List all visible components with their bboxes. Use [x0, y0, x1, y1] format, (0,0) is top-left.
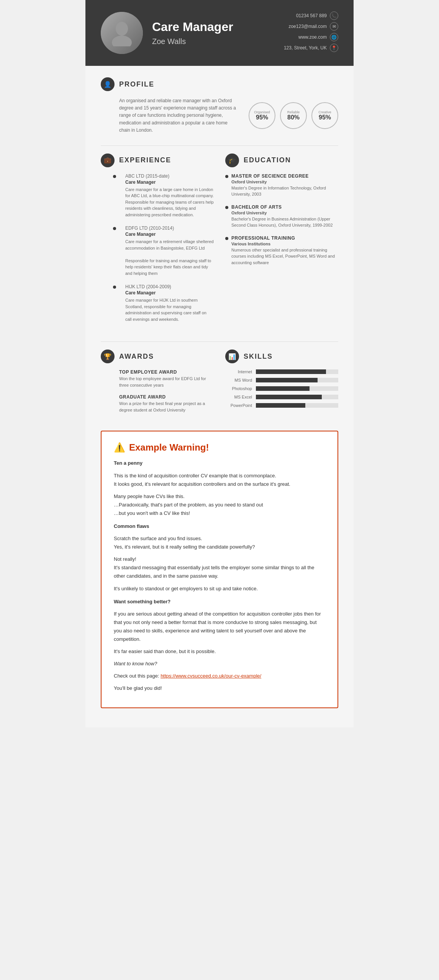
experience-col: 💼 EXPERIENCE ABC LTD (2015-date) Care Ma… [101, 154, 214, 330]
skill-bar-fill-4 [256, 403, 305, 408]
skill-name-4: PowerPoint [225, 403, 252, 408]
skills-heading: SKILLS [244, 353, 273, 361]
contact-phone: 01234 567 889 📞 [284, 11, 338, 20]
skill-bar-bg-3 [256, 395, 338, 399]
warning-para-6: It's unlikely to standout or get employe… [114, 585, 325, 593]
warning-para-0: Ten a penny [114, 459, 325, 467]
edu-desc-2: Numerous other specialist and profession… [231, 247, 338, 266]
awards-col: 🏆 AWARDS TOP EMPLOYEE AWARD Won the top … [101, 350, 214, 419]
contact-email: zoe123@mail.com ✉ [284, 22, 338, 31]
skill-name-2: Photoshop [225, 386, 252, 391]
edu-degree-2: PROFESSIONAL TRAINING [231, 235, 338, 241]
education-section-title: 🎓 EDUCATION [225, 154, 338, 167]
stat-reliable-label: Reliable [287, 110, 300, 114]
skill-item-0: Internet [225, 369, 338, 374]
skill-bar-fill-3 [256, 395, 322, 399]
svg-point-1 [112, 36, 132, 46]
warning-para-11: Check out this page: https://www.cvsucce… [114, 672, 325, 680]
skill-bar-bg-0 [256, 369, 338, 374]
edu-item-2: PROFESSIONAL TRAINING Various Institutio… [225, 235, 338, 266]
contact-info: 01234 567 889 📞 zoe123@mail.com ✉ www.zo… [284, 11, 338, 54]
experience-heading: EXPERIENCE [119, 156, 171, 164]
header-name-block: Care Manager Zoe Walls [152, 20, 233, 46]
exp-desc-0: Care manager for a large care home in Lo… [125, 186, 214, 218]
skill-name-1: MS Word [225, 378, 252, 382]
exp-desc-1: Care manager for a retirement village sh… [125, 238, 214, 276]
skill-item-3: MS Excel [225, 395, 338, 399]
edu-item-1: BACHELOR OF ARTS Oxford University Bache… [225, 204, 338, 229]
award-item-0: TOP EMPLOYEE AWARD Won the top employee … [119, 369, 214, 388]
stat-creative-label: Creative [318, 110, 331, 114]
experience-item-2: HIJK LTD (2004-2009) Care Manager Care m… [119, 284, 214, 322]
candidate-name: Zoe Walls [152, 37, 233, 46]
stat-reliable-value: 80% [287, 114, 300, 121]
warning-para-7: Want something better? [114, 598, 325, 606]
email-icon: ✉ [330, 22, 338, 31]
profile-icon: 👤 [101, 77, 115, 91]
warning-para-9: It's far easier said than done, but it i… [114, 647, 325, 656]
skills-col: 📊 SKILLS Internet MS Word Photoshop MS E… [225, 350, 338, 419]
job-title: Care Manager [152, 20, 233, 34]
experience-icon: 💼 [101, 154, 115, 167]
profile-section: 👤 PROFILE An organised and reliable care… [101, 77, 338, 134]
warning-title: ⚠️ Example Warning! [114, 442, 325, 453]
profile-text: An organised and reliable care manager w… [119, 97, 237, 134]
phone-text: 01234 567 889 [296, 13, 327, 18]
awards-icon: 🏆 [101, 350, 115, 363]
exp-company-1: EDFG LTD (2010-2014) [125, 225, 214, 231]
awards-list: TOP EMPLOYEE AWARD Won the top employee … [101, 369, 214, 413]
edu-inst-0: Oxford University [231, 180, 338, 184]
location-icon: 📍 [330, 44, 338, 52]
warning-link[interactable]: https://www.cvsucceed.co.uk/our-cv-examp… [161, 673, 261, 679]
edu-dot-0 [225, 175, 228, 178]
warning-para-8: If you are serious about getting ahead o… [114, 610, 325, 644]
skill-bar-fill-2 [256, 386, 310, 391]
contact-website: www.zoe.com 🌐 [284, 33, 338, 41]
avatar [101, 12, 143, 54]
awards-skills-row: 🏆 AWARDS TOP EMPLOYEE AWARD Won the top … [101, 350, 338, 419]
profile-heading: PROFILE [119, 80, 154, 88]
main-content: 👤 PROFILE An organised and reliable care… [85, 66, 354, 727]
skills-icon: 📊 [225, 350, 239, 363]
warning-para-5: Not really! It's standard messaging that… [114, 555, 325, 580]
skill-bar-fill-0 [256, 369, 326, 374]
award-desc-0: Won the top employee award for EDFG Ltd … [119, 376, 214, 388]
warning-para-1: This is the kind of acquisition controll… [114, 472, 325, 488]
exp-role-2: Care Manager [125, 290, 214, 296]
timeline-dot-1 [113, 227, 116, 230]
edu-inst-2: Various Institutions [231, 242, 338, 246]
phone-icon: 📞 [330, 11, 338, 20]
edu-dot-1 [225, 206, 228, 209]
warning-para-12: You'll be glad you did! [114, 684, 325, 693]
warning-para-4: Scratch the surface and you find issues.… [114, 534, 325, 551]
header-left: Care Manager Zoe Walls [101, 12, 233, 54]
stat-organised-value: 95% [256, 114, 268, 121]
profile-section-title: 👤 PROFILE [101, 77, 338, 91]
stat-creative: Creative 95% [311, 102, 338, 129]
warning-icon: ⚠️ [114, 442, 125, 453]
award-desc-1: Won a prize for the best final year proj… [119, 400, 214, 413]
skill-bar-bg-2 [256, 386, 338, 391]
education-icon: 🎓 [225, 154, 239, 167]
edu-dot-2 [225, 237, 228, 240]
awards-heading: AWARDS [119, 353, 154, 361]
skill-bar-fill-1 [256, 378, 318, 382]
skill-item-1: MS Word [225, 378, 338, 382]
skill-bar-bg-1 [256, 378, 338, 382]
skill-item-2: Photoshop [225, 386, 338, 391]
edu-inst-1: Oxford University [231, 211, 338, 215]
profile-stats: Organised 95% Reliable 80% Creative 95% [249, 102, 338, 129]
stat-creative-value: 95% [319, 114, 331, 121]
exp-role-0: Care Manager [125, 180, 214, 185]
stat-reliable: Reliable 80% [280, 102, 307, 129]
edu-desc-0: Master's Degree in Information Technolog… [231, 185, 338, 198]
experience-item-0: ABC LTD (2015-date) Care Manager Care ma… [119, 173, 214, 218]
edu-item-0: MASTER OF SECIENCE DEGREE Oxford Univers… [225, 173, 338, 198]
stat-organised-label: Organised [254, 110, 270, 114]
timeline-dot-2 [113, 286, 116, 289]
skill-bar-bg-4 [256, 403, 338, 408]
contact-address: 123, Street, York, UK 📍 [284, 44, 338, 52]
experience-item-1: EDFG LTD (2010-2014) Care Manager Care m… [119, 225, 214, 276]
warning-body: Ten a pennyThis is the kind of acquisiti… [114, 459, 325, 693]
globe-icon: 🌐 [330, 33, 338, 41]
